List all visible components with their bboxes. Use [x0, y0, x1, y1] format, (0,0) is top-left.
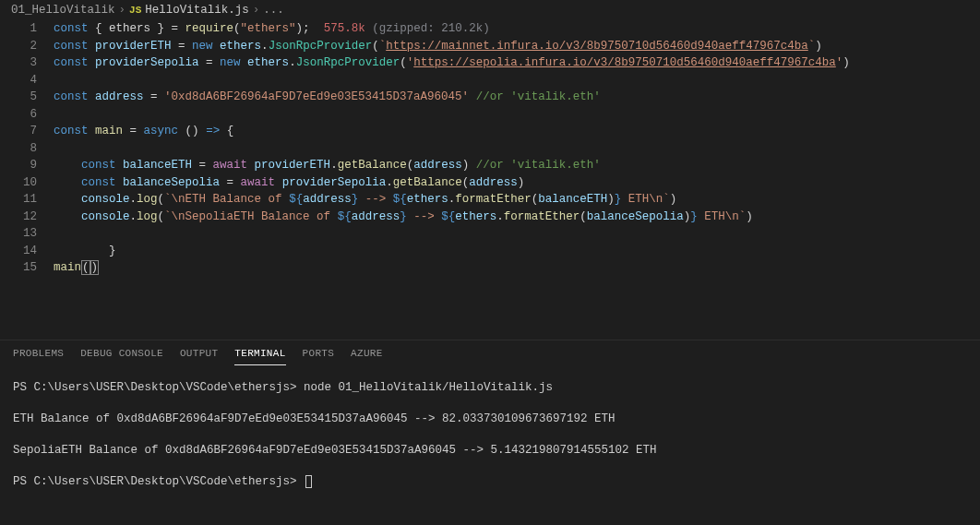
code-line[interactable]: const balanceSepolia = await providerSep… — [54, 174, 850, 192]
line-number: 1 — [0, 20, 37, 38]
code-line[interactable]: const providerSepolia = new ethers.JsonR… — [54, 54, 850, 72]
terminal-line[interactable]: PS C:\Users\USER\Desktop\VSCode\ethersjs… — [13, 472, 967, 491]
line-number: 3 — [0, 54, 37, 72]
breadcrumb: 01_HelloVitalik › JS HelloVitalik.js › .… — [0, 0, 980, 20]
terminal-line: ETH Balance of 0xd8dA6BF26964aF9D7eEd9e0… — [13, 410, 967, 428]
bottom-panel: PROBLEMS DEBUG CONSOLE OUTPUT TERMINAL P… — [0, 340, 980, 491]
line-number: 10 — [0, 174, 37, 192]
code-line[interactable]: console.log(`\nSepoliaETH Balance of ${a… — [54, 209, 850, 226]
line-number: 13 — [0, 225, 37, 243]
chevron-right-icon: › — [253, 4, 260, 17]
tab-azure[interactable]: AZURE — [351, 348, 383, 365]
line-number-gutter: 1 2 3 4 5 6 7 8 9 10 11 12 13 14 15 — [0, 20, 50, 317]
line-number: 12 — [0, 209, 37, 226]
line-number: 2 — [0, 38, 37, 55]
breadcrumb-more[interactable]: ... — [263, 4, 284, 17]
line-number: 8 — [0, 140, 37, 158]
line-number: 15 — [0, 259, 37, 277]
tab-debug-console[interactable]: DEBUG CONSOLE — [80, 348, 163, 365]
code-line[interactable]: const providerETH = new ethers.JsonRpcPr… — [54, 38, 850, 55]
code-line[interactable]: const balanceETH = await providerETH.get… — [54, 157, 850, 174]
tab-output[interactable]: OUTPUT — [180, 348, 218, 365]
terminal-view[interactable]: PS C:\Users\USER\Desktop\VSCode\ethersjs… — [0, 365, 980, 491]
line-number: 4 — [0, 72, 37, 89]
code-editor[interactable]: 1 2 3 4 5 6 7 8 9 10 11 12 13 14 15 cons… — [0, 20, 980, 317]
terminal-cursor-icon — [305, 475, 312, 488]
code-line[interactable] — [54, 225, 850, 243]
terminal-line: PS C:\Users\USER\Desktop\VSCode\ethersjs… — [13, 378, 967, 397]
code-line[interactable]: main() — [54, 259, 850, 277]
line-number: 7 — [0, 123, 37, 140]
line-number: 14 — [0, 243, 37, 260]
code-line[interactable]: console.log(`\nETH Balance of ${address}… — [54, 191, 850, 209]
code-line[interactable]: } — [54, 243, 850, 260]
breadcrumb-folder[interactable]: 01_HelloVitalik — [11, 4, 115, 17]
js-file-icon: JS — [129, 5, 141, 16]
line-number: 9 — [0, 157, 37, 174]
tab-terminal[interactable]: TERMINAL — [234, 348, 285, 365]
line-number: 6 — [0, 106, 37, 124]
line-number: 11 — [0, 191, 37, 209]
code-line[interactable]: const { ethers } = require("ethers"); 57… — [54, 20, 850, 38]
code-line[interactable] — [54, 72, 850, 89]
terminal-line: SepoliaETH Balance of 0xd8dA6BF26964aF9D… — [13, 441, 967, 459]
breadcrumb-file-label: HelloVitalik.js — [145, 4, 249, 17]
code-line[interactable] — [54, 106, 850, 124]
tab-ports[interactable]: PORTS — [303, 348, 335, 365]
code-content[interactable]: const { ethers } = require("ethers"); 57… — [50, 20, 850, 317]
breadcrumb-file[interactable]: JS HelloVitalik.js — [129, 4, 249, 17]
code-line[interactable] — [54, 140, 850, 158]
tab-problems[interactable]: PROBLEMS — [13, 348, 64, 365]
code-line[interactable]: const main = async () => { — [54, 123, 850, 140]
code-line[interactable]: const address = '0xd8dA6BF26964aF9D7eEd9… — [54, 89, 850, 106]
panel-tabs: PROBLEMS DEBUG CONSOLE OUTPUT TERMINAL P… — [0, 340, 980, 365]
chevron-right-icon: › — [119, 4, 126, 17]
line-number: 5 — [0, 89, 37, 106]
